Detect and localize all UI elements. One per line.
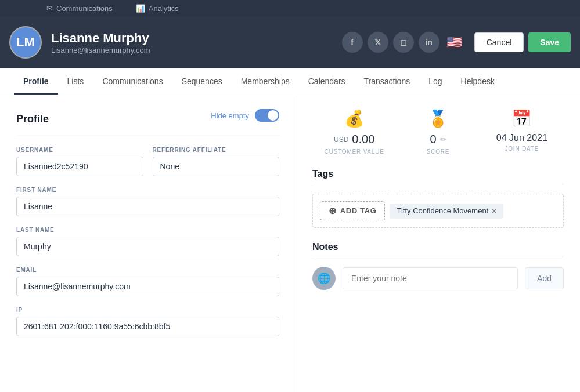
tags-divider (312, 184, 564, 184)
firstname-label: FIRST NAME (16, 187, 279, 193)
customer-value-icon: 💰 (344, 109, 365, 128)
instagram-button[interactable]: ◻ (393, 32, 414, 53)
email-label: EMAIL (16, 267, 279, 273)
score-icon: 🏅 (428, 109, 448, 128)
hide-empty-row: Hide empty (211, 109, 279, 122)
header-bar: LM Lisanne Murphy Lisanne@lisannemurphy.… (0, 16, 580, 68)
tab-profile[interactable]: Profile (14, 68, 58, 95)
ip-input[interactable] (16, 317, 279, 336)
username-label: USERNAME (16, 147, 143, 153)
customer-value-label: CUSTOMER VALUE (325, 148, 384, 155)
tab-calendars[interactable]: Calendars (299, 68, 355, 95)
score-label: SCORE (427, 148, 450, 155)
facebook-button[interactable]: f (342, 32, 363, 53)
analytics-nav[interactable]: 📊 Analytics (136, 4, 179, 13)
ip-field-group: IP (16, 307, 279, 336)
lastname-input[interactable] (16, 237, 279, 256)
customer-value-stat: 💰 USD 0.00 CUSTOMER VALUE (312, 109, 396, 155)
notes-title: Notes (312, 242, 564, 252)
currency-label: USD (334, 136, 348, 144)
tab-sequences[interactable]: Sequences (172, 68, 232, 95)
social-icons-group: f 𝕏 ◻ in 🇺🇸 (342, 32, 465, 53)
lastname-label: LAST NAME (16, 227, 279, 233)
score-edit-icon[interactable]: ✏ (440, 135, 446, 144)
contact-info: Lisanne Murphy Lisanne@lisannemurphy.com (51, 31, 333, 55)
ip-row: IP (16, 307, 279, 336)
avatar: LM (9, 26, 42, 59)
tab-memberships[interactable]: Memberships (232, 68, 299, 95)
lastname-row: LAST NAME (16, 227, 279, 256)
hide-empty-label: Hide empty (211, 111, 249, 120)
cancel-button[interactable]: Cancel (474, 32, 524, 52)
add-tag-plus-icon: ⊕ (329, 205, 337, 216)
header-actions: Cancel Save (474, 32, 571, 52)
add-tag-button[interactable]: ⊕ ADD TAG (320, 201, 385, 220)
join-date-icon: 📅 (511, 109, 532, 128)
tag-chip-label: Titty Confidence Movement (397, 206, 488, 215)
hide-empty-toggle[interactable] (255, 109, 279, 122)
notes-divider (312, 257, 564, 257)
notes-avatar-icon: 🌐 (318, 272, 330, 285)
score-number: 0 (430, 133, 436, 146)
firstname-input[interactable] (16, 197, 279, 216)
stats-row: 💰 USD 0.00 CUSTOMER VALUE 🏅 0 ✏ SCORE 📅 (312, 109, 564, 155)
notes-row: 🌐 Add (312, 267, 564, 290)
nav-tabs: Profile Lists Communications Sequences M… (0, 68, 580, 95)
tag-chip-0: Titty Confidence Movement × (390, 204, 503, 219)
contact-email: Lisanne@lisannemurphy.com (51, 46, 333, 55)
referring-affiliate-input[interactable] (153, 157, 280, 176)
notes-avatar: 🌐 (312, 267, 336, 290)
username-field-group: USERNAME (16, 147, 143, 176)
tab-lists[interactable]: Lists (58, 68, 93, 95)
join-date-value-row: 04 Jun 2021 (496, 133, 547, 143)
username-affiliate-row: USERNAME REFERRING AFFILIATE (16, 147, 279, 176)
email-field-group: EMAIL (16, 267, 279, 296)
analytics-icon: 📊 (136, 4, 145, 13)
username-input[interactable] (16, 157, 143, 176)
tab-transactions[interactable]: Transactions (355, 68, 420, 95)
firstname-row: FIRST NAME (16, 187, 279, 216)
join-date-label: JOIN DATE (505, 146, 539, 152)
tab-communications[interactable]: Communications (93, 68, 172, 95)
communications-icon: ✉ (46, 4, 53, 13)
score-value-row: 0 ✏ (430, 133, 446, 146)
analytics-label: Analytics (149, 4, 179, 13)
join-date-value: 04 Jun 2021 (496, 133, 547, 143)
customer-value-number: 0.00 (352, 133, 374, 146)
add-tag-label: ADD TAG (340, 206, 377, 215)
save-button[interactable]: Save (528, 32, 571, 52)
left-panel: Profile Hide empty USERNAME REFERRING AF… (0, 95, 296, 392)
join-date-stat: 📅 04 Jun 2021 JOIN DATE (480, 109, 564, 152)
firstname-field-group: FIRST NAME (16, 187, 279, 216)
ip-label: IP (16, 307, 279, 313)
tab-log[interactable]: Log (419, 68, 451, 95)
tags-title: Tags (312, 169, 564, 179)
customer-value-row: USD 0.00 (334, 133, 374, 146)
tag-remove-button[interactable]: × (492, 206, 496, 216)
profile-title: Profile (16, 113, 49, 125)
contact-name: Lisanne Murphy (51, 31, 333, 46)
twitter-button[interactable]: 𝕏 (368, 32, 388, 53)
top-strip: ✉ Communications 📊 Analytics (0, 0, 580, 16)
referring-affiliate-field-group: REFERRING AFFILIATE (153, 147, 280, 176)
score-stat: 🏅 0 ✏ SCORE (396, 109, 480, 155)
linkedin-button[interactable]: in (419, 32, 439, 53)
lastname-field-group: LAST NAME (16, 227, 279, 256)
notes-input[interactable] (343, 267, 518, 289)
tags-container: ⊕ ADD TAG Titty Confidence Movement × (312, 194, 564, 228)
flag-button[interactable]: 🇺🇸 (444, 32, 465, 53)
communications-nav[interactable]: ✉ Communications (46, 4, 113, 13)
communications-label: Communications (56, 4, 113, 13)
email-input[interactable] (16, 277, 279, 296)
email-row: EMAIL (16, 267, 279, 296)
tab-helpdesk[interactable]: Helpdesk (452, 68, 504, 95)
right-panel: 💰 USD 0.00 CUSTOMER VALUE 🏅 0 ✏ SCORE 📅 (296, 95, 580, 392)
main-content: Profile Hide empty USERNAME REFERRING AF… (0, 95, 580, 392)
referring-affiliate-label: REFERRING AFFILIATE (153, 147, 280, 153)
profile-divider (16, 135, 279, 135)
notes-add-button[interactable]: Add (525, 267, 564, 289)
